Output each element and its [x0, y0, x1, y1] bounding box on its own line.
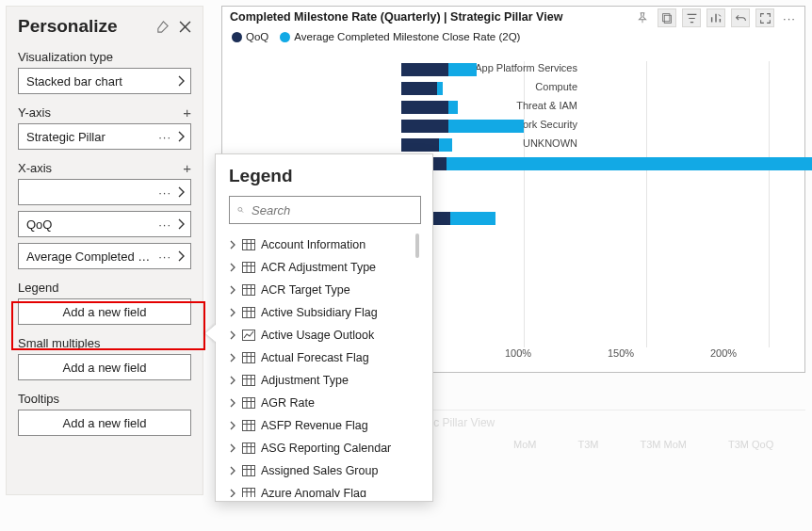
field-item[interactable]: Active Subsidiary Flag — [229, 301, 421, 324]
small-multiples-add-label: Add a new field — [63, 361, 147, 375]
legend-add-field-button[interactable]: Add a new field — [18, 298, 191, 325]
chevron-right-icon — [177, 75, 185, 87]
chevron-right-icon — [229, 421, 236, 430]
chart-x-axis: 100% 150% 200% 250% 300% — [401, 347, 812, 359]
chevron-right-icon — [229, 240, 236, 249]
bar-segment-avg[interactable] — [448, 120, 524, 133]
pin-icon[interactable] — [633, 8, 652, 27]
legend-popover: Legend Account InformationACR Adjustment… — [215, 153, 433, 502]
field-item[interactable]: Adjustment Type — [229, 369, 421, 392]
legend-label-avg: Average Completed Milestone Close Rate (… — [294, 31, 520, 42]
svg-rect-10 — [243, 398, 255, 409]
table-icon — [242, 442, 255, 454]
field-item[interactable]: Active Usage Outlook — [229, 324, 421, 346]
table-icon — [242, 284, 255, 296]
x-axis-add-icon[interactable]: + — [183, 161, 191, 175]
x-axis-section: X-axis + ··· QoQ ··· Average Completed …… — [18, 161, 191, 269]
field-item-label: ASG Reporting Calendar — [261, 442, 391, 455]
field-item-label: AGR Rate — [261, 396, 315, 410]
field-item-label: Active Subsidiary Flag — [261, 306, 378, 319]
field-item[interactable]: ASG Reporting Calendar — [229, 437, 421, 459]
svg-rect-12 — [243, 443, 255, 454]
bar-segment-avg[interactable] — [447, 157, 812, 170]
more-icon[interactable]: ··· — [158, 217, 171, 232]
field-item-label: Assigned Sales Group — [261, 464, 378, 477]
chart-title: Completed Milestone Rate (Quarterly) | S… — [230, 10, 562, 24]
ghost-col: MoM — [513, 439, 536, 450]
field-item-label: Actual Forecast Flag — [261, 351, 369, 364]
y-axis-add-icon[interactable]: + — [183, 105, 191, 120]
small-multiples-add-button[interactable]: Add a new field — [18, 354, 191, 380]
copy-icon[interactable] — [658, 8, 676, 27]
more-icon[interactable]: ··· — [158, 130, 171, 144]
y-axis-category: Compute — [436, 81, 577, 92]
scrollbar-thumb[interactable] — [415, 233, 419, 258]
field-item[interactable]: Azure Anomaly Flag — [229, 482, 421, 497]
bar-segment-avg[interactable] — [450, 212, 495, 225]
field-item[interactable]: Assigned Sales Group — [229, 459, 421, 482]
chevron-right-icon — [177, 218, 185, 230]
bar-segment-avg[interactable] — [448, 63, 477, 76]
visualization-type-value: Stacked bar chart — [26, 74, 177, 88]
field-item[interactable]: ACR Adjustment Type — [229, 256, 421, 279]
chevron-right-icon — [177, 250, 185, 262]
chevron-right-icon — [229, 263, 236, 272]
bar-segment-qoq[interactable] — [401, 82, 437, 95]
bar-segment-qoq[interactable] — [401, 63, 448, 76]
focus-icon[interactable] — [755, 8, 774, 27]
x-axis-field-0[interactable]: ··· — [18, 179, 191, 205]
undo-icon[interactable] — [731, 8, 750, 27]
bar-segment-qoq[interactable] — [401, 101, 448, 114]
xaxis-tick: 150% — [608, 347, 710, 359]
chevron-right-icon — [177, 131, 185, 142]
svg-rect-13 — [243, 466, 255, 476]
chevron-right-icon — [229, 353, 236, 362]
y-axis-field[interactable]: Strategic Pillar ··· — [18, 123, 191, 150]
tooltips-add-button[interactable]: Add a new field — [18, 410, 191, 436]
ghost-col: T3M MoM — [640, 439, 687, 450]
xaxis-tick: 100% — [505, 347, 608, 359]
visualization-type-field[interactable]: Stacked bar chart — [18, 68, 191, 94]
chevron-right-icon — [229, 330, 236, 340]
panel-title: Personalize — [18, 16, 118, 37]
field-item[interactable]: AGR Rate — [229, 392, 421, 414]
svg-rect-11 — [243, 421, 255, 431]
tooltips-add-label: Add a new field — [63, 416, 147, 430]
more-options-icon[interactable]: ··· — [780, 8, 799, 27]
visualization-type-label: Visualization type — [18, 50, 113, 64]
more-icon[interactable]: ··· — [158, 185, 171, 200]
svg-rect-14 — [243, 489, 255, 498]
bar-segment-avg[interactable] — [439, 138, 452, 152]
field-item[interactable]: Actual Forecast Flag — [229, 346, 421, 369]
x-axis-label: X-axis — [18, 161, 52, 175]
table-icon — [242, 465, 255, 476]
x-axis-field-1[interactable]: QoQ ··· — [18, 211, 191, 237]
field-item[interactable]: Account Information — [229, 233, 421, 256]
search-box[interactable] — [229, 196, 421, 224]
ghost-col: T3M — [577, 439, 598, 450]
filter-icon[interactable] — [682, 8, 701, 27]
legend-swatch-qoq — [232, 32, 242, 42]
eraser-icon[interactable] — [155, 20, 170, 34]
field-item[interactable]: ACR Target Type — [229, 279, 421, 301]
small-multiples-section: Small multiples Add a new field — [18, 336, 191, 380]
field-item[interactable]: ASFP Revenue Flag — [229, 414, 421, 437]
legend-label: Legend — [18, 281, 58, 295]
table-icon — [242, 352, 255, 363]
field-tree[interactable]: Account InformationACR Adjustment TypeAC… — [229, 233, 421, 497]
search-input[interactable] — [250, 202, 413, 218]
bar-segment-avg[interactable] — [437, 82, 443, 95]
bar-segment-qoq[interactable] — [401, 120, 448, 133]
close-icon[interactable] — [179, 21, 191, 33]
svg-rect-9 — [243, 376, 255, 386]
bar-segment-avg[interactable] — [448, 101, 458, 114]
svg-rect-6 — [243, 308, 255, 318]
svg-rect-8 — [243, 353, 255, 363]
personalize-icon[interactable] — [706, 8, 725, 27]
more-icon[interactable]: ··· — [158, 249, 171, 264]
bar-segment-qoq[interactable] — [401, 138, 439, 152]
chevron-right-icon — [229, 376, 236, 385]
personalize-panel: Personalize Visualization type Stacked b… — [6, 6, 203, 495]
svg-point-2 — [238, 207, 242, 211]
x-axis-field-2[interactable]: Average Completed … ··· — [18, 243, 191, 269]
